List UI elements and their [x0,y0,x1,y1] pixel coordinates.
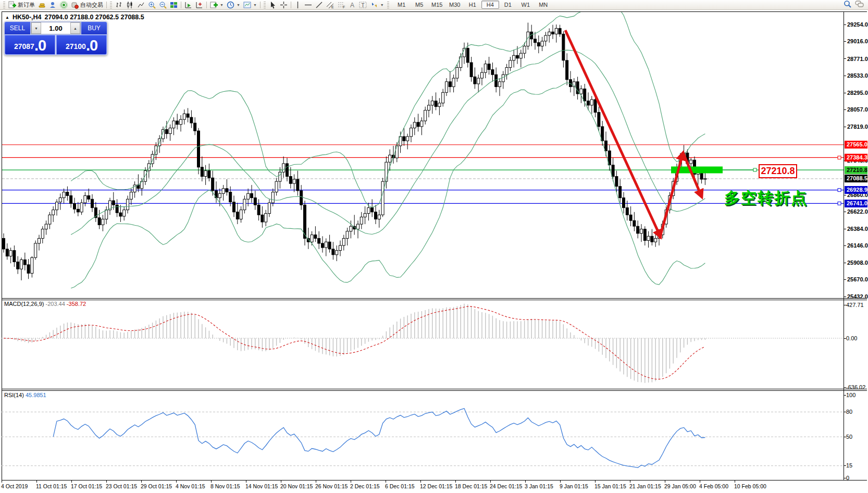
symbol-period-label: HK50-,H4 [13,14,42,21]
svg-text:T: T [361,2,364,8]
toolbar-separator [181,2,181,8]
auto-scroll-icon [184,1,192,9]
timeframe-MN[interactable]: MN [535,1,552,9]
timeframe-W1[interactable]: W1 [517,1,535,9]
shapes-icon [370,1,378,9]
user-cloud-icon [49,1,57,9]
new-order-button[interactable]: 新订单 [7,1,36,9]
arrows-button[interactable]: ▼ [369,1,386,9]
chart-shift-button[interactable] [194,1,205,9]
rsi-value: 45.9851 [26,392,46,398]
timeframe-H4[interactable]: H4 [481,1,499,9]
horizontal-line-icon [304,1,312,9]
svg-text:A: A [350,2,354,9]
chart-shift-icon [195,1,203,9]
channel-icon: E [326,1,334,9]
timeframe-toolbar: M1M5M15M30H1H4D1W1MN [393,1,552,9]
chat-icon[interactable] [855,0,864,9]
vertical-line-button[interactable] [293,1,303,9]
one-click-trading-panel: SELL ▼ 1.00 ▲ BUY 27087.0 27100.0 [4,21,107,55]
tile-windows-icon [170,1,178,9]
text-label-button[interactable]: T [357,1,369,9]
buy-button[interactable]: BUY [81,22,107,34]
timeframe-M5[interactable]: M5 [411,1,428,9]
macd-label: MACD(12,26,9) -203.44 -358.72 [4,301,86,307]
text-icon: A [349,1,356,9]
candlestick-chart-button[interactable] [125,1,135,9]
indicators-button[interactable]: ▼ [208,1,225,9]
timeframe-D1[interactable]: D1 [499,1,517,9]
community-button[interactable] [47,1,58,9]
toolbar-grip [264,2,266,8]
trendline-icon [315,1,323,9]
buy-price-decimal: .0 [86,38,97,53]
price-callout-box[interactable]: 27210.8 [759,164,797,178]
search-icon[interactable] [844,0,852,9]
volume-box: ▼ 1.00 ▲ [31,22,81,34]
timeframe-M1[interactable]: M1 [393,1,411,9]
profile-button[interactable] [36,1,47,9]
templates-button[interactable]: ▼ [242,1,258,9]
svg-text:F: F [343,5,345,9]
signals-button[interactable] [58,1,69,9]
toolbar-grip [110,2,112,8]
new-order-icon [8,1,16,9]
sonar-icon [60,1,68,9]
buy-price-panel[interactable]: 27100.0 [56,35,107,55]
indicators-icon [210,1,218,9]
text-label-icon: T [359,1,367,9]
line-chart-icon [137,1,145,9]
ohlc-values: 27094.0 27188.0 27062.5 27088.5 [45,14,144,21]
chevron-down-icon: ▼ [253,3,257,7]
macd-value: -203.44 [45,301,65,307]
template-icon [243,1,251,9]
sell-price-panel[interactable]: 27087.0 [5,35,55,55]
sell-price-decimal: .0 [34,38,46,53]
collapse-icon[interactable]: ▲ [5,15,9,20]
cursor-button[interactable] [267,1,278,9]
sell-price: 27087 [14,40,34,53]
auto-trading-icon [71,1,79,9]
volume-input[interactable]: 1.00 [41,22,70,34]
toolbar-separator [260,2,261,8]
auto-trading-button[interactable]: 自动交易 [69,1,105,9]
zoom-in-button[interactable] [146,1,157,9]
zoom-out-button[interactable] [157,1,168,9]
rsi-label: RSI(14) 45.9851 [4,392,46,398]
candlestick-chart-icon [126,1,134,9]
new-order-label: 新订单 [18,1,35,9]
buy-price: 27100 [66,40,86,53]
crosshair-button[interactable] [278,1,289,9]
horizontal-line-button[interactable] [303,1,314,9]
periods-button[interactable]: ▼ [225,1,242,9]
svg-text:E: E [331,5,334,9]
tile-windows-button[interactable] [168,1,179,9]
chart-canvas[interactable] [0,0,868,493]
trendline-button[interactable] [314,1,325,9]
line-chart-button[interactable] [135,1,146,9]
equidistant-channel-button[interactable]: E [325,1,336,9]
toolbar-separator [106,2,107,8]
toolbar-grip [3,2,5,8]
macd-name: MACD(12,26,9) [4,301,44,307]
timeframe-M15[interactable]: M15 [428,1,446,9]
chevron-down-icon: ▼ [220,3,224,7]
toolbar-separator [206,2,207,8]
fibonacci-icon: F [338,1,346,9]
volume-increase-button[interactable]: ▲ [70,22,80,34]
bar-chart-button[interactable] [114,1,125,9]
clock-icon [227,1,234,9]
timeframe-H1[interactable]: H1 [464,1,481,9]
rsi-name: RSI(14) [4,392,24,398]
vertical-line-icon [294,1,301,9]
timeframe-M30[interactable]: M30 [446,1,464,9]
volume-decrease-button[interactable]: ▼ [31,22,41,34]
chevron-down-icon: ▼ [380,3,384,7]
bar-chart-icon [115,1,123,9]
sell-button[interactable]: SELL [5,22,30,34]
fibonacci-button[interactable]: F [336,1,348,9]
turning-point-label: 多空转折点 [724,188,808,209]
text-button[interactable]: A [348,1,357,9]
auto-scroll-button[interactable] [183,1,194,9]
gold-icon [38,1,46,9]
